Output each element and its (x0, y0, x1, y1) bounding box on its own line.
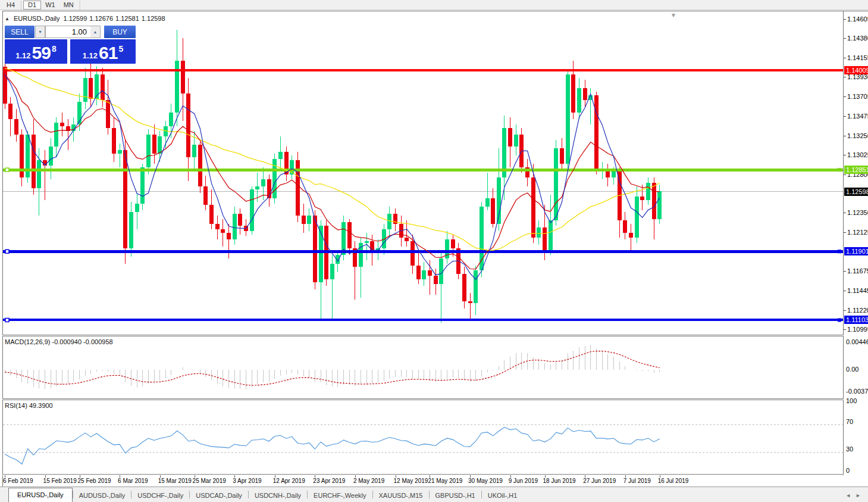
bull-candle (485, 198, 490, 207)
date-label: 25 Feb 2019 (78, 478, 111, 484)
price-tick (844, 291, 846, 291)
chart-tab-audusd[interactable]: AUDUSD-,Daily (73, 489, 131, 502)
bull-candle (135, 204, 139, 212)
bear-candle (238, 214, 242, 226)
bear-candle (112, 128, 116, 154)
rsi-axis-label: 70 (846, 418, 853, 426)
bear-candle (583, 88, 587, 100)
bull-candle (255, 186, 259, 190)
symbol-up-triangle-icon: ▲ (5, 16, 10, 21)
buy-button[interactable]: BUY (104, 26, 136, 38)
bull-candle (129, 212, 133, 248)
price-tick-label: 1.11220 (847, 307, 868, 314)
toolbar-separator (80, 1, 80, 10)
bear-candle (14, 119, 18, 135)
date-label: 7 Jul 2019 (623, 478, 651, 484)
bull-candle (140, 167, 145, 204)
trading-terminal: { "toolbar": { "timeframes": ["H4","D1",… (0, 0, 868, 502)
date-label: 21 May 2019 (428, 478, 462, 484)
plot-right-border (843, 11, 844, 475)
chart-tab-usdcad[interactable]: USDCAD-,Daily (190, 489, 248, 502)
bull-candle (554, 148, 558, 220)
macd-axis-label: -0.003715 (846, 388, 868, 395)
timeframe-button-d1[interactable]: D1 (23, 1, 41, 10)
chart-tab-bar: EURUSD-,DailyAUDUSD-,DailyUSDCHF-,DailyU… (0, 487, 868, 502)
macd-title: MACD(12,26,9) -0.000940 -0.000958 (5, 338, 113, 345)
volume-input[interactable]: 1.00 (45, 26, 90, 38)
price-tick-label: 1.12350 (847, 209, 868, 217)
bear-candle (123, 150, 127, 248)
line-handle (838, 168, 841, 172)
price-tick-label: 1.12125 (847, 229, 868, 236)
buy-price-box[interactable]: 1.12 61 5 (70, 39, 136, 64)
price-tick-label: 1.14155 (847, 54, 868, 62)
price-tick (844, 116, 846, 117)
chart-tab-ukoil[interactable]: UKOil-,H1 (482, 489, 524, 502)
tab-scroll-arrows[interactable]: ◄► (845, 492, 866, 498)
timeframe-button-w1[interactable]: W1 (41, 1, 59, 10)
date-label: 30 May 2019 (468, 478, 503, 484)
volume-decrease-button[interactable]: ▼ (35, 26, 45, 38)
timeframe-button-h4[interactable]: H4 (2, 1, 19, 10)
ma-mid-line (5, 74, 660, 269)
date-label: 3 Apr 2019 (233, 478, 261, 484)
date-label: 16 Jul 2019 (658, 478, 689, 484)
volume-increase-button[interactable]: ▲ (90, 26, 101, 38)
ma-fast-line (5, 74, 660, 279)
bull-candle (319, 226, 323, 282)
bear-candle (560, 148, 564, 164)
bull-candle (95, 74, 99, 98)
line-handle (5, 250, 9, 253)
chart-shift-icon[interactable]: ▼ (670, 12, 676, 18)
bear-candle (652, 183, 656, 219)
date-label: 23 Apr 2019 (313, 478, 345, 484)
bull-candle (175, 61, 179, 113)
bull-candle (566, 74, 570, 164)
bull-candle (278, 152, 283, 159)
bear-candle (227, 233, 231, 240)
bear-candle (640, 197, 644, 200)
chart-tab-xauusd[interactable]: XAUUSD-,M15 (373, 489, 429, 502)
scroll-left-icon[interactable]: ◄ (845, 492, 856, 498)
chart-tab-eurusd[interactable]: EURUSD-,Daily (8, 488, 73, 502)
date-label: 9 Jun 2019 (509, 478, 538, 484)
rsi-panel[interactable] (3, 400, 843, 475)
bull-candle (480, 207, 484, 270)
chart-tab-usdcnh[interactable]: USDCNH-,Daily (249, 489, 307, 502)
macd-axis-label: 0.004465 (846, 338, 868, 346)
bull-candle (192, 145, 196, 157)
date-label: 6 Mar 2019 (118, 478, 148, 484)
bull-candle (272, 159, 277, 198)
price-tick (844, 310, 846, 311)
bear-candle (60, 123, 64, 126)
price-tick-label: 1.13475 (847, 113, 868, 120)
bull-candle (537, 227, 541, 238)
bear-candle (629, 233, 633, 238)
bear-candle (451, 239, 455, 248)
macd-panel[interactable] (3, 336, 843, 398)
price-tick (844, 96, 846, 97)
bear-candle (3, 67, 7, 104)
sell-button[interactable]: SELL (5, 26, 35, 38)
bear-candle (428, 270, 432, 276)
price-badge: 1.12851 (844, 166, 868, 174)
price-badge: 1.11901 (844, 247, 868, 255)
sell-price-box[interactable]: 1.12 59 8 (5, 39, 67, 64)
bear-candle (411, 241, 415, 265)
macd-axis-label: 0.00 (846, 366, 858, 373)
symbol-label: EURUSD-,Daily (14, 15, 60, 22)
price-tick (844, 136, 846, 136)
bear-candle (313, 216, 317, 283)
bear-candle (531, 177, 535, 238)
chart-tab-gbpusd[interactable]: GBPUSD-,H1 (430, 489, 481, 502)
scroll-right-icon[interactable]: ► (856, 492, 866, 498)
date-label: 27 Jun 2019 (583, 478, 616, 484)
chart-tab-usdchf[interactable]: USDCHF-,Daily (131, 489, 189, 502)
chart-tab-eurchf[interactable]: EURCHF-,Weekly (308, 489, 372, 502)
price-tick-label: 1.11445 (847, 287, 868, 295)
bear-candle (203, 186, 208, 205)
bull-candle (118, 150, 122, 154)
date-label: 6 Feb 2019 (3, 478, 33, 484)
timeframe-button-mn[interactable]: MN (59, 1, 78, 10)
bull-candle (497, 177, 501, 224)
